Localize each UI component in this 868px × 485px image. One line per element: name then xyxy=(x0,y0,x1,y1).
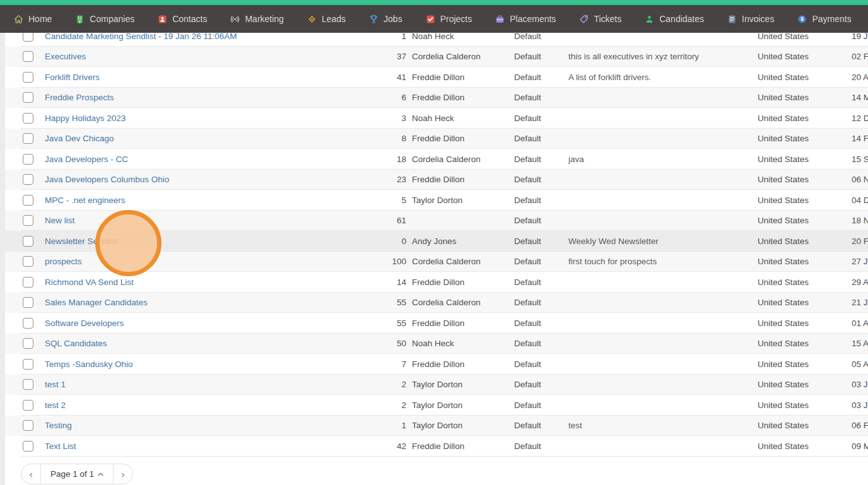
list-name-link[interactable]: Sales Manager Candidates xyxy=(45,298,373,307)
list-type: Default xyxy=(514,278,565,287)
nav-item-payments[interactable]: $ Payments xyxy=(797,14,851,24)
row-checkbox[interactable] xyxy=(23,256,33,267)
nav-item-contacts[interactable]: Contacts xyxy=(158,14,207,24)
chevron-up-icon xyxy=(98,472,103,476)
table-row[interactable]: Text List 42 Freddie Dillon Default Unit… xyxy=(5,436,868,457)
row-checkbox[interactable] xyxy=(23,133,33,144)
owner-name: Freddie Dillon xyxy=(412,175,507,184)
row-checkbox[interactable] xyxy=(23,379,33,390)
list-type: Default xyxy=(514,318,565,328)
row-checkbox[interactable] xyxy=(23,420,33,431)
table-row[interactable]: Sales Manager Candidates 55 Cordelia Cal… xyxy=(5,293,868,313)
list-name-link[interactable]: Happy Holidays 2023 xyxy=(45,114,373,123)
row-checkbox[interactable] xyxy=(23,359,33,370)
nav-item-jobs[interactable]: Jobs xyxy=(369,14,402,24)
row-checkbox[interactable] xyxy=(23,338,33,349)
table-row[interactable]: test 2 2 Taylor Dorton Default United St… xyxy=(5,395,868,416)
nav-item-tickets[interactable]: Tickets xyxy=(579,14,621,24)
table-row[interactable]: Newsletter Sendlist 0 Andy Jones Default… xyxy=(5,231,868,252)
nav-item-leads[interactable]: Leads xyxy=(307,14,346,24)
list-description: Weekly Wed Newsletter xyxy=(568,237,749,246)
owner-name: Freddie Dillon xyxy=(412,359,507,369)
row-checkbox[interactable] xyxy=(23,297,33,308)
table-row[interactable]: Forklift Drivers 41 Freddie Dillon Defau… xyxy=(5,67,868,88)
row-checkbox[interactable] xyxy=(23,441,33,452)
list-name-link[interactable]: SQL Candidates xyxy=(45,339,373,348)
list-name-link[interactable]: Java Developers Columbus Ohio xyxy=(45,175,373,184)
table-row[interactable]: Richmond VA Send List 14 Freddie Dillon … xyxy=(5,272,868,293)
row-checkbox[interactable] xyxy=(23,33,33,42)
row-checkbox[interactable] xyxy=(23,51,33,62)
jobs-icon xyxy=(369,15,378,24)
country: United States xyxy=(758,339,833,348)
list-name-link[interactable]: Newsletter Sendlist xyxy=(45,237,373,246)
next-page-button[interactable]: › xyxy=(113,464,132,484)
table-row[interactable]: Happy Holidays 2023 3 Noah Heck Default … xyxy=(5,108,868,129)
list-name-link[interactable]: Richmond VA Send List xyxy=(45,278,373,287)
list-name-link[interactable]: test 1 xyxy=(45,380,373,389)
table-row[interactable]: prospects 100 Cordelia Calderon Default … xyxy=(5,252,868,272)
list-name-link[interactable]: prospects xyxy=(45,257,373,266)
nav-item-placements[interactable]: Placements xyxy=(495,14,556,24)
list-name-link[interactable]: Freddie Prospects xyxy=(45,93,373,102)
nav-item-invoices[interactable]: Invoices xyxy=(727,14,774,24)
table-row[interactable]: SQL Candidates 50 Noah Heck Default Unit… xyxy=(5,334,868,354)
date-added: 06 N xyxy=(852,175,868,184)
row-checkbox[interactable] xyxy=(23,400,33,411)
table-row[interactable]: test 1 2 Taylor Dorton Default United St… xyxy=(5,375,868,395)
table-row[interactable]: MPC - .net engineers 5 Taylor Dorton Def… xyxy=(5,190,868,211)
row-checkbox[interactable] xyxy=(23,72,33,83)
table-row[interactable]: Java Developers Columbus Ohio 23 Freddie… xyxy=(5,170,868,190)
nav-item-companies[interactable]: Companies xyxy=(75,14,134,24)
previous-page-button[interactable]: ‹ xyxy=(21,464,41,484)
row-checkbox[interactable] xyxy=(23,154,33,165)
country: United States xyxy=(758,441,833,451)
nav-item-candidates[interactable]: Candidates xyxy=(645,14,704,24)
row-checkbox[interactable] xyxy=(23,236,33,247)
list-name-link[interactable]: Executives xyxy=(45,52,373,61)
row-checkbox[interactable] xyxy=(23,195,33,206)
row-checkbox[interactable] xyxy=(23,277,33,288)
list-name-link[interactable]: Java Dev Chicago xyxy=(45,134,373,143)
list-name-link[interactable]: Text List xyxy=(45,441,373,451)
row-checkbox[interactable] xyxy=(23,174,33,185)
row-checkbox[interactable] xyxy=(23,215,33,226)
table-row[interactable]: Candidate Marketing Sendlist - 19 Jan 26… xyxy=(5,33,868,47)
table-row[interactable]: Java Dev Chicago 8 Freddie Dillon Defaul… xyxy=(5,129,868,149)
list-name-link[interactable]: test 2 xyxy=(45,400,373,410)
list-name-link[interactable]: Candidate Marketing Sendlist - 19 Jan 26… xyxy=(45,33,373,41)
list-name-link[interactable]: Testing xyxy=(45,421,373,430)
list-name-link[interactable]: Temps -Sandusky Ohio xyxy=(45,359,373,369)
record-count: 2 xyxy=(373,380,406,389)
list-name-link[interactable]: New list xyxy=(45,216,373,225)
nav-item-marketing[interactable]: Marketing xyxy=(230,14,283,24)
candidates-icon xyxy=(645,15,654,24)
row-checkbox[interactable] xyxy=(23,92,33,103)
table-row[interactable]: Executives 37 Cordelia Calderon Default … xyxy=(5,47,868,67)
list-name-link[interactable]: Java Developers - CC xyxy=(45,155,373,164)
page-selector[interactable]: Page 1 of 1 xyxy=(41,464,113,484)
main-navbar: Home Companies Contacts Marketing Leads … xyxy=(0,5,868,33)
table-row[interactable]: New list 61 Default United States 18 N xyxy=(5,211,868,231)
row-checkbox[interactable] xyxy=(23,113,33,124)
owner-name: Freddie Dillon xyxy=(412,134,507,143)
table-row[interactable]: Testing 1 Taylor Dorton Default test Uni… xyxy=(5,416,868,436)
country: United States xyxy=(758,421,833,430)
country: United States xyxy=(758,73,833,82)
nav-item-home[interactable]: Home xyxy=(14,14,52,24)
table-row[interactable]: Temps -Sandusky Ohio 7 Freddie Dillon De… xyxy=(5,354,868,375)
table-row[interactable]: Software Developers 55 Freddie Dillon De… xyxy=(5,313,868,334)
record-count: 55 xyxy=(373,298,406,307)
list-name-link[interactable]: Software Developers xyxy=(45,318,373,328)
date-added: 19 J xyxy=(852,33,868,41)
country: United States xyxy=(758,237,833,246)
nav-item-projects[interactable]: Projects xyxy=(426,14,472,24)
date-added: 15 S xyxy=(852,155,868,164)
list-name-link[interactable]: MPC - .net engineers xyxy=(45,196,373,205)
list-name-link[interactable]: Forklift Drivers xyxy=(45,73,373,82)
row-checkbox[interactable] xyxy=(23,318,33,329)
date-added: 03 J xyxy=(852,400,868,410)
top-accent-bar xyxy=(0,0,868,5)
table-row[interactable]: Freddie Prospects 6 Freddie Dillon Defau… xyxy=(5,88,868,108)
table-row[interactable]: Java Developers - CC 18 Cordelia Caldero… xyxy=(5,149,868,170)
